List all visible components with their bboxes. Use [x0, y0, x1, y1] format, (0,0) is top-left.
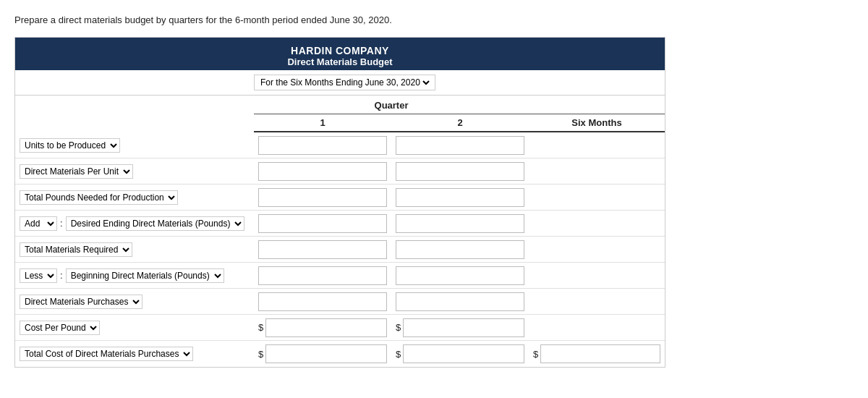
table-row: AddLess:Desired Ending Direct Materials … [15, 211, 665, 237]
table-row: Total Materials Required [15, 237, 665, 263]
instructions-text: Prepare a direct materials budget by qua… [14, 14, 854, 25]
budget-title: Direct Materials Budget [15, 56, 665, 67]
period-select-wrapper[interactable]: For the Six Months Ending June 30, 2020 [254, 75, 435, 90]
q1-header: 1 [254, 114, 391, 132]
dollar-sign: $ [533, 349, 538, 360]
table-row: Direct Materials Per Unit [15, 158, 665, 185]
label-select-direct-materials-per-unit[interactable]: Direct Materials Per Unit [20, 164, 133, 179]
label-cell-total-materials-required: Total Materials Required [15, 240, 254, 260]
q2-dollar-cell-cost-per-pound: $ [391, 316, 529, 340]
q1-input-desired-ending[interactable] [258, 214, 387, 233]
q1-input-units-produced[interactable] [258, 136, 387, 155]
prefix-select-beginning-direct-materials[interactable]: LessAdd [20, 268, 57, 283]
prefix-select-desired-ending[interactable]: AddLess [20, 216, 57, 231]
q2-dollar-cell-total-cost-direct-materials: $ [391, 342, 529, 366]
q1-dollar-cell-cost-per-pound: $ [254, 316, 391, 340]
q2-cell-beginning-direct-materials [391, 263, 529, 288]
q1-cell-total-pounds-production [254, 185, 391, 210]
q2-cell-total-materials-required [391, 237, 529, 262]
table-row: Cost Per Pound$$ [15, 315, 665, 341]
colon-separator: : [60, 218, 63, 229]
table-row: Total Cost of Direct Materials Purchases… [15, 341, 665, 367]
q2-input-units-produced[interactable] [396, 136, 524, 155]
label-select-desired-ending[interactable]: Desired Ending Direct Materials (Pounds) [66, 216, 244, 231]
budget-container: HARDIN COMPANY Direct Materials Budget F… [14, 37, 665, 368]
label-select-beginning-direct-materials[interactable]: Beginning Direct Materials (Pounds) [66, 268, 224, 283]
q2-input-direct-materials-per-unit[interactable] [396, 162, 524, 181]
q1-input-total-pounds-production[interactable] [258, 188, 387, 207]
q1-input-direct-materials-purchases[interactable] [258, 292, 387, 311]
q2-input-beginning-direct-materials[interactable] [396, 266, 524, 285]
label-select-direct-materials-purchases[interactable]: Direct Materials Purchases [20, 295, 142, 309]
q2-header: 2 [391, 114, 529, 132]
six-months-header: Six Months [529, 114, 665, 132]
column-headers: Quarter 1 2 Six Months [15, 96, 665, 132]
period-row: For the Six Months Ending June 30, 2020 [15, 70, 665, 96]
label-select-cost-per-pound[interactable]: Cost Per Pound [20, 321, 100, 335]
q2-input-total-materials-required[interactable] [396, 240, 524, 259]
q1-input-beginning-direct-materials[interactable] [258, 266, 387, 285]
label-select-total-pounds-production[interactable]: Total Pounds Needed for Production [20, 190, 178, 205]
q2-cell-desired-ending [391, 211, 529, 236]
dollar-sign: $ [258, 349, 263, 360]
q1-input-direct-materials-per-unit[interactable] [258, 162, 387, 181]
table-row: Direct Materials Purchases [15, 289, 665, 315]
q2-input-desired-ending[interactable] [396, 214, 524, 233]
q2-cell-total-pounds-production [391, 185, 529, 210]
quarter-label: Quarter [254, 96, 529, 114]
q1-input-total-cost-direct-materials[interactable] [265, 344, 387, 363]
q2-input-total-pounds-production[interactable] [396, 188, 524, 207]
q2-cell-direct-materials-purchases [391, 289, 529, 314]
label-select-total-materials-required[interactable]: Total Materials Required [20, 242, 132, 257]
q1-cell-total-materials-required [254, 237, 391, 262]
colon-separator: : [60, 270, 63, 281]
q1-dollar-cell-total-cost-direct-materials: $ [254, 342, 391, 366]
data-rows: Units to be ProducedDirect Materials Per… [15, 132, 665, 367]
label-cell-total-cost-direct-materials: Total Cost of Direct Materials Purchases [15, 344, 254, 364]
q2-input-direct-materials-purchases[interactable] [396, 292, 524, 311]
dollar-sign: $ [396, 322, 401, 333]
q1-cell-direct-materials-purchases [254, 289, 391, 314]
label-cell-cost-per-pound: Cost Per Pound [15, 318, 254, 338]
dollar-sign: $ [258, 322, 263, 333]
company-name: HARDIN COMPANY [15, 45, 665, 56]
label-cell-desired-ending: AddLess:Desired Ending Direct Materials … [15, 213, 254, 234]
q2-cell-direct-materials-per-unit [391, 159, 529, 184]
label-select-units-produced[interactable]: Units to be Produced [20, 138, 120, 153]
q2-input-total-cost-direct-materials[interactable] [403, 344, 524, 363]
q2-cell-units-produced [391, 133, 529, 158]
q1-input-cost-per-pound[interactable] [265, 318, 387, 337]
dollar-sign: $ [396, 349, 401, 360]
six-dollar-cell-total-cost-direct-materials: $ [529, 342, 665, 366]
table-row: LessAdd:Beginning Direct Materials (Poun… [15, 263, 665, 289]
label-cell-direct-materials-per-unit: Direct Materials Per Unit [15, 161, 254, 182]
q1-cell-direct-materials-per-unit [254, 159, 391, 184]
label-cell-beginning-direct-materials: LessAdd:Beginning Direct Materials (Poun… [15, 266, 254, 286]
label-select-total-cost-direct-materials[interactable]: Total Cost of Direct Materials Purchases [20, 347, 193, 361]
budget-header: HARDIN COMPANY Direct Materials Budget [15, 38, 665, 70]
label-cell-total-pounds-production: Total Pounds Needed for Production [15, 187, 254, 208]
q2-input-cost-per-pound[interactable] [403, 318, 524, 337]
q1-input-total-materials-required[interactable] [258, 240, 387, 259]
label-cell-direct-materials-purchases: Direct Materials Purchases [15, 292, 254, 312]
label-cell-units-produced: Units to be Produced [15, 135, 254, 156]
period-select[interactable]: For the Six Months Ending June 30, 2020 [258, 77, 432, 88]
table-row: Units to be Produced [15, 132, 665, 158]
q1-cell-units-produced [254, 133, 391, 158]
table-row: Total Pounds Needed for Production [15, 185, 665, 211]
q1-cell-beginning-direct-materials [254, 263, 391, 288]
six-input-total-cost-direct-materials[interactable] [540, 344, 660, 363]
q1-cell-desired-ending [254, 211, 391, 236]
